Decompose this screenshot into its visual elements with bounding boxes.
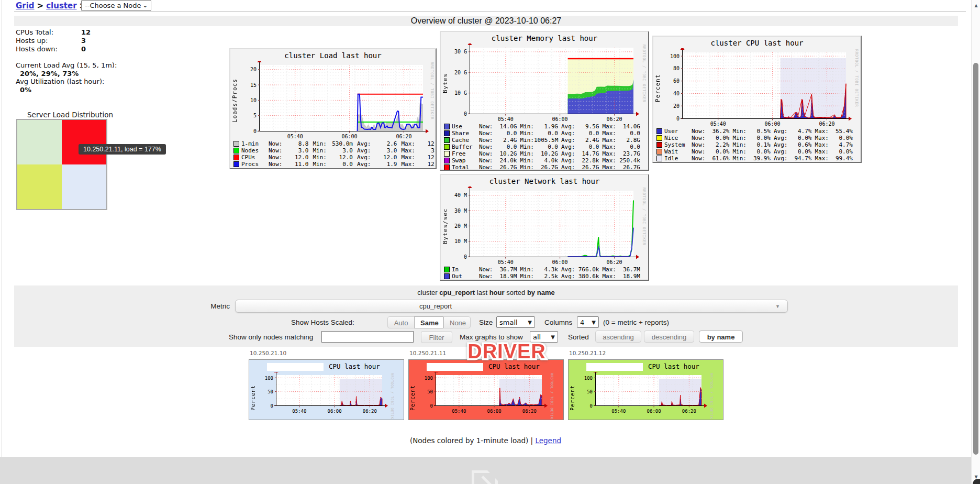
svg-text:50: 50 — [268, 389, 273, 394]
legend-stat-label: Min: — [733, 128, 747, 135]
sort-by-name-button[interactable]: by name — [699, 331, 743, 343]
legend-series-name: Use — [452, 123, 479, 130]
legend-series-name: Out — [452, 273, 479, 280]
legend-stat-value: 14.0G — [493, 123, 517, 130]
sort-descending-button[interactable]: descending — [644, 331, 694, 343]
legend-stat-value: 18.9M — [616, 273, 640, 280]
legend-series-name: Total — [452, 164, 479, 171]
heatmap-cell[interactable] — [62, 164, 106, 209]
svg-text:06:00: 06:00 — [487, 409, 502, 414]
svg-text:20: 20 — [673, 103, 680, 109]
legend-stat-value: 0.0% — [706, 135, 730, 141]
dropdown-arrow-icon: ▼ — [528, 320, 532, 325]
cluster-memory-graph[interactable]: cluster Memory last hourBytes010 G20 G30… — [440, 31, 649, 171]
legend-stat-label: Max: — [603, 130, 617, 137]
host-cpu-graph[interactable]: CPU last hourPercent05010005:4006:0006:2… — [408, 359, 564, 420]
breadcrumb-cluster-link[interactable]: cluster — [46, 1, 76, 10]
legend-stat-value: 3.0 — [415, 147, 437, 154]
legend-stat-label: Min: — [733, 141, 747, 148]
legend-stat-label: Avg: — [561, 157, 575, 164]
svg-text:05:40: 05:40 — [452, 409, 466, 414]
legend-stat-value: 2.8G — [616, 137, 640, 144]
choose-node-select[interactable]: --Choose a Node ⌄ — [81, 0, 151, 11]
legend-stat-label: Now: — [479, 123, 493, 130]
rrdtool-watermark: RRDTOOL / TOBI OETIKER — [429, 61, 435, 140]
footer-band — [0, 457, 971, 484]
svg-text:06:20: 06:20 — [522, 409, 537, 414]
legend-series-name: Cache — [452, 137, 479, 144]
legend-stat-label: Max: — [815, 148, 829, 155]
legend-stat-value: 0.0% — [829, 135, 853, 141]
columns-select[interactable]: 4▼ — [577, 316, 599, 328]
legend-stat-value: 1.9 — [371, 161, 397, 168]
host-name[interactable]: 10.250.21.11 — [409, 350, 446, 356]
legend-row: SystemNow:2.2%Min:0.1%Avg:0.6%Max:4.7% — [656, 141, 860, 148]
host-cpu-graph[interactable]: CPU last hourPercent05010005:4006:0006:2… — [249, 359, 404, 420]
stat-util-value: 0% — [16, 86, 117, 94]
host-name[interactable]: 10.250.21.12 — [569, 350, 606, 356]
svg-text:0: 0 — [271, 403, 273, 409]
svg-text:10 G: 10 G — [454, 90, 467, 96]
scaled-same-button[interactable]: Same — [414, 316, 443, 328]
legend-series-name: Wait — [664, 148, 692, 155]
rrdtool-watermark: RRDTOOL / TOBI OETIKER — [641, 43, 647, 123]
legend-stat-value: 11.0 — [283, 161, 309, 168]
legend-row: ProcsNow:11.0Min:0.0Avg:1.9Max:12.0 — [233, 161, 435, 168]
cluster-network-graph[interactable]: cluster Network last hourBytes/sec010 M2… — [440, 174, 649, 281]
legend-stat-label: Now: — [479, 266, 493, 273]
legend-stat-value: 8.8 — [283, 140, 309, 147]
metric-select[interactable]: cpu_report ▼ — [235, 300, 788, 313]
svg-text:06:00: 06:00 — [765, 121, 781, 127]
legend-stat-label: Now: — [479, 164, 493, 171]
legend-row: FreeNow:10.2GMin:10.2GAvg:14.7GMax:23.7G — [444, 150, 647, 157]
legend-stat-value: 0.0 — [534, 130, 558, 137]
legend-stat-label: Now: — [479, 137, 493, 144]
legend-stat-value: 0.0% — [829, 148, 853, 155]
legend-stat-value: 24.0k — [493, 157, 517, 164]
report-summary: cluster cpu_report last hour sorted by n… — [14, 289, 958, 296]
legend-row: CacheNow:2.4GMin:1005.5MAvg:2.4GMax:2.8G — [444, 137, 647, 144]
size-select[interactable]: small▼ — [496, 316, 535, 328]
legend-stat-label: Avg: — [774, 155, 788, 162]
legend-link[interactable]: Legend — [535, 436, 561, 445]
host-name[interactable]: 10.250.21.10 — [250, 350, 286, 356]
legend-series-name: Swap — [452, 157, 479, 164]
svg-text:06:20: 06:20 — [396, 134, 411, 139]
filter-button[interactable]: Filter — [421, 331, 452, 343]
sort-ascending-button[interactable]: ascending — [595, 331, 641, 343]
heatmap-cell[interactable] — [17, 120, 62, 164]
heatmap-cell[interactable] — [17, 164, 62, 209]
legend-series-name: In — [452, 266, 479, 273]
scaled-none-button[interactable]: None — [443, 316, 471, 328]
chart-title-text: cluster Network last hour — [489, 177, 600, 185]
cluster-stats-panel: CPUs Total:12 Hosts up:3 Hosts down:0 Cu… — [16, 28, 117, 94]
legend-stat-label: Now: — [479, 144, 493, 150]
legend-stat-label: Max: — [815, 135, 829, 141]
svg-text:06:00: 06:00 — [552, 259, 568, 265]
legend-stat-label: Min: — [520, 137, 534, 144]
legend-chip — [444, 267, 450, 272]
cluster-load-graph[interactable]: cluster Load last hourLoads/Procs0510152… — [229, 48, 437, 169]
legend-stat-label: Max: — [603, 157, 617, 164]
legend-chip — [656, 149, 662, 155]
legend-row: ShareNow:0.0Min:0.0Avg:0.0Max:0.0 — [444, 130, 647, 137]
scroll-up-arrow[interactable]: ▲ — [972, 1, 980, 9]
vertical-scrollbar[interactable]: ▲ ▼ — [971, 0, 980, 484]
node-filter-input[interactable] — [321, 331, 414, 343]
scrollbar-thumb[interactable] — [973, 63, 978, 455]
svg-text:05:40: 05:40 — [611, 409, 626, 414]
cluster_cpu-canvas: 02040608010005:4006:0006:20 — [662, 48, 853, 128]
legend-stat-value: 26.7G — [616, 164, 640, 171]
heatmap-cell[interactable] — [62, 120, 106, 164]
legend-chip — [444, 164, 450, 170]
host-cpu-graph[interactable]: CPU last hourPercent05010005:4006:0006:2… — [568, 359, 723, 420]
legend-stat-value: 2.2% — [706, 141, 730, 148]
svg-text:100: 100 — [265, 376, 273, 381]
cluster-cpu-graph[interactable]: cluster CPU last hourPercent020406080100… — [652, 36, 862, 163]
legend-stat-value: 0.0% — [706, 148, 730, 155]
scaled-auto-button[interactable]: Auto — [387, 316, 415, 328]
legend-stat-value: 36.2% — [706, 128, 730, 135]
legend-stat-value: 12.0 — [415, 161, 437, 168]
breadcrumb-grid-link[interactable]: Grid — [16, 1, 35, 10]
redaction-box — [267, 363, 324, 371]
